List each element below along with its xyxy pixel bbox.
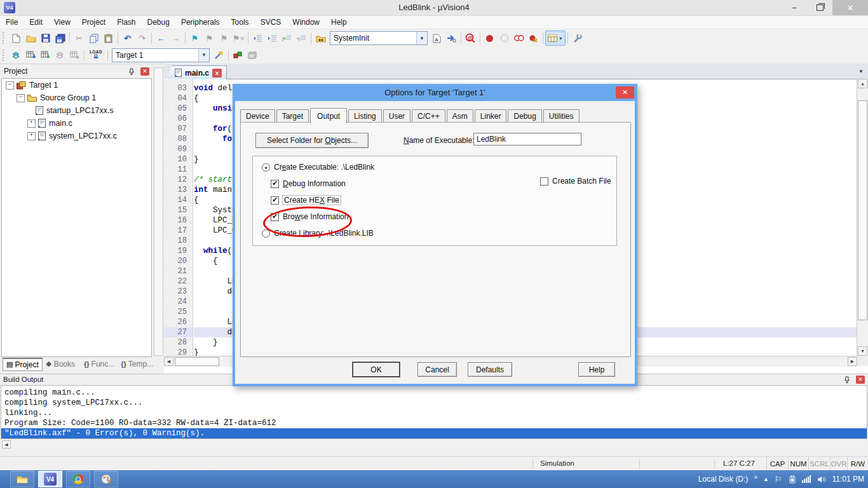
expander-plus-icon[interactable]: + (27, 119, 36, 128)
dialog-tab-asm[interactable]: Asm (447, 109, 473, 123)
executable-name-input[interactable] (473, 133, 581, 146)
tree-item-target-1[interactable]: −Target 1 (2, 79, 151, 92)
tray-drive-label[interactable]: Local Disk (D:) (698, 475, 749, 484)
kill-all-breakpoints-button[interactable] (526, 31, 541, 45)
taskbar-chrome-button[interactable] (66, 471, 90, 487)
menu-peripherals[interactable]: Peripherals (175, 16, 226, 29)
dialog-close-button[interactable]: ✕ (616, 86, 634, 98)
insert-bookmark-button[interactable]: ⚑ (187, 31, 202, 45)
panel-tab-temp[interactable]: {}Temp... (118, 358, 156, 370)
menu-svcs[interactable]: SVCS (255, 16, 287, 29)
unindent-button[interactable] (250, 31, 265, 45)
tray-overflow-chevron-icon[interactable]: » (754, 474, 757, 480)
expander-minus-icon[interactable]: − (6, 81, 14, 90)
configure-tools-button[interactable] (570, 31, 585, 45)
menu-tools[interactable]: Tools (226, 16, 255, 29)
panel-tab-func[interactable]: {}Func... (81, 358, 118, 370)
dialog-tab-device[interactable]: Device (240, 109, 275, 123)
tree-item-source-group-1[interactable]: −Source Group 1 (2, 92, 151, 104)
toggle-breakpoint-button[interactable] (497, 31, 512, 45)
scrollbar-thumb[interactable] (858, 100, 867, 320)
clear-bookmarks-button[interactable]: ⚑× (231, 31, 246, 45)
tray-clock[interactable]: 11:01 PM (832, 475, 864, 484)
scroll-up-icon[interactable]: ▲ (858, 79, 867, 88)
dialog-tab-listing[interactable]: Listing (348, 109, 382, 123)
dialog-tab-linker[interactable]: Linker (475, 109, 507, 123)
dialog-tab-debug[interactable]: Debug (508, 109, 541, 123)
menu-debug[interactable]: Debug (142, 16, 175, 29)
create-executable-radio[interactable]: ● (262, 163, 270, 172)
paste-button[interactable] (101, 31, 116, 45)
copy-button[interactable] (86, 31, 101, 45)
dialog-tab-c-c[interactable]: C/C++ (412, 109, 445, 123)
download-to-flash-button[interactable]: LOAD⇊ (86, 48, 105, 63)
navigate-back-button[interactable]: ← (154, 31, 168, 45)
save-button[interactable] (38, 31, 53, 45)
search-combobox[interactable]: SystemInit▼ (330, 31, 428, 45)
translate-button[interactable] (9, 48, 24, 62)
uncomment-button[interactable]: */ (294, 31, 309, 45)
toolbar-grip[interactable] (3, 32, 6, 44)
undo-button[interactable]: ↶ (120, 31, 135, 45)
scroll-left-icon[interactable]: ◀ (164, 357, 173, 366)
chevron-down-icon[interactable]: ▼ (559, 36, 563, 41)
build-button[interactable] (24, 48, 38, 62)
minimize-button[interactable]: – (782, 0, 807, 15)
expander-plus-icon[interactable]: + (27, 132, 36, 140)
taskbar-file-explorer-button[interactable] (10, 471, 34, 487)
editor-vertical-scrollbar[interactable]: ▲ ▼ (857, 79, 868, 356)
incremental-find-button[interactable] (444, 31, 459, 45)
stop-build-button[interactable] (67, 48, 82, 62)
action-center-flag-icon[interactable]: ⚐ (775, 475, 782, 484)
pin-icon[interactable] (843, 376, 851, 383)
speaker-icon[interactable] (817, 475, 827, 484)
taskbar-paint-button[interactable] (94, 471, 118, 487)
panel-tab-books[interactable]: ❖Books (43, 358, 78, 370)
tab-close-icon[interactable]: x (212, 69, 222, 78)
menu-project[interactable]: Project (76, 16, 111, 29)
project-panel-scrollbar[interactable] (154, 67, 163, 356)
rebuild-all-button[interactable] (38, 48, 53, 62)
tab-list-dropdown-icon[interactable]: ▼ (856, 67, 866, 76)
menu-window[interactable]: Window (287, 16, 325, 29)
dialog-tab-target[interactable]: Target (276, 109, 309, 123)
chevron-down-icon[interactable]: ▼ (416, 32, 427, 44)
find-symbol-button[interactable]: @ (463, 31, 478, 45)
menu-view[interactable]: View (48, 16, 76, 29)
network-signal-icon[interactable] (802, 475, 811, 483)
power-battery-icon[interactable] (788, 475, 796, 484)
tree-item-system-lpc17xx-c[interactable]: +system_LPC17xx.c (2, 130, 151, 142)
debug-information-checkbox[interactable]: ✔ (271, 180, 279, 188)
menu-edit[interactable]: Edit (24, 16, 48, 29)
dialog-tab-user[interactable]: User (383, 109, 410, 123)
comment-button[interactable]: /* (280, 31, 294, 45)
navigate-forward-button[interactable]: → (168, 31, 183, 45)
menu-help[interactable]: Help (325, 16, 353, 29)
disable-all-breakpoints-button[interactable] (512, 31, 526, 45)
previous-bookmark-button[interactable]: ⚑ (202, 31, 217, 45)
create-batch-file-checkbox[interactable] (540, 177, 548, 186)
build-output-scrollbar[interactable]: ◀ (1, 440, 867, 449)
pin-icon[interactable] (128, 67, 135, 75)
defaults-button[interactable]: Defaults (468, 362, 512, 377)
menu-file[interactable]: File (0, 16, 24, 29)
insert-breakpoint-button[interactable] (482, 31, 497, 45)
scroll-right-icon[interactable]: ▶ (848, 357, 857, 366)
project-panel-close-icon[interactable]: ✕ (140, 67, 149, 76)
create-library-radio[interactable] (262, 229, 270, 238)
help-button[interactable]: Help (578, 362, 615, 377)
tab-main-c[interactable]: main.c x (165, 65, 227, 79)
tree-item-startup-lpc17xx-s[interactable]: startup_LPC17xx.s (2, 104, 151, 117)
close-button[interactable]: ✕ (832, 0, 868, 15)
browse-information-checkbox[interactable]: ✔ (271, 213, 279, 221)
find-in-files-button[interactable] (313, 31, 328, 45)
open-file-button[interactable] (24, 31, 38, 45)
tray-show-hidden-icon[interactable]: ▲ (763, 477, 769, 482)
manage-components-button[interactable] (231, 48, 245, 62)
scroll-down-icon[interactable]: ▼ (858, 346, 867, 356)
redo-button[interactable]: ↷ (135, 31, 149, 45)
create-hex-file-checkbox[interactable]: ✔ (271, 196, 279, 205)
target-combobox[interactable]: Target 1▼ (112, 48, 210, 62)
options-for-target-button[interactable] (212, 48, 226, 62)
new-file-button[interactable] (9, 31, 24, 45)
